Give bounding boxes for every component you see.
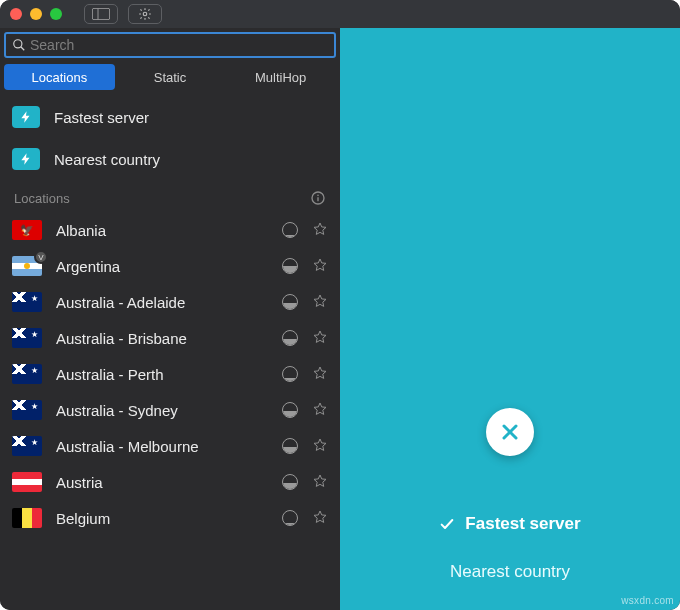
svg-point-7 [317, 195, 319, 197]
location-actions [282, 473, 328, 492]
location-actions [282, 437, 328, 456]
favorite-star-icon[interactable] [312, 329, 328, 348]
location-name: Australia - Brisbane [56, 330, 268, 347]
flag-icon [12, 472, 42, 492]
gear-icon [138, 7, 152, 21]
load-indicator [282, 258, 298, 274]
tab-static[interactable]: Static [115, 64, 226, 90]
favorite-star-icon[interactable] [312, 473, 328, 492]
location-actions [282, 293, 328, 312]
favorite-star-icon[interactable] [312, 257, 328, 276]
load-indicator [282, 366, 298, 382]
location-name: Australia - Melbourne [56, 438, 268, 455]
flag-icon [12, 292, 42, 312]
location-actions [282, 257, 328, 276]
sidebar-toggle-button[interactable] [84, 4, 118, 24]
load-indicator [282, 222, 298, 238]
load-indicator [282, 438, 298, 454]
location-badge: V [34, 250, 48, 264]
load-indicator [282, 294, 298, 310]
location-row[interactable]: 🦅Albania [0, 212, 340, 248]
quick-item-label: Nearest country [54, 151, 160, 168]
favorite-star-icon[interactable] [312, 401, 328, 420]
flag-icon [12, 436, 42, 456]
location-actions [282, 221, 328, 240]
location-row[interactable]: Australia - Adelaide [0, 284, 340, 320]
flag-icon: V [12, 256, 42, 276]
check-icon [439, 516, 455, 532]
tab-label: Static [154, 70, 187, 85]
bolt-icon [12, 106, 40, 128]
search-input[interactable] [26, 37, 328, 53]
flag-icon [12, 508, 42, 528]
favorite-star-icon[interactable] [312, 365, 328, 384]
load-indicator [282, 474, 298, 490]
location-actions [282, 365, 328, 384]
svg-rect-0 [92, 8, 109, 19]
settings-button[interactable] [128, 4, 162, 24]
right-panel: Fastest server Nearest country wsxdn.com [340, 28, 680, 610]
load-indicator [282, 510, 298, 526]
panel-option-nearest[interactable]: Nearest country [450, 548, 570, 596]
close-icon [498, 420, 522, 444]
favorite-star-icon[interactable] [312, 509, 328, 528]
quick-fastest-server[interactable]: Fastest server [0, 96, 340, 138]
location-name: Australia - Sydney [56, 402, 268, 419]
flag-icon: 🦅 [12, 220, 42, 240]
sidebar-icon [92, 8, 110, 20]
location-actions [282, 401, 328, 420]
section-title: Locations [14, 191, 70, 206]
location-name: Austria [56, 474, 268, 491]
flag-icon [12, 364, 42, 384]
panel-option-label: Nearest country [450, 562, 570, 582]
titlebar [0, 0, 680, 28]
tab-multihop[interactable]: MultiHop [225, 64, 336, 90]
left-panel: Locations Static MultiHop Fastest server… [0, 28, 340, 610]
content-area: Locations Static MultiHop Fastest server… [0, 28, 680, 610]
location-list: 🦅AlbaniaVArgentinaAustralia - AdelaideAu… [0, 212, 340, 610]
info-icon[interactable] [310, 190, 326, 206]
load-indicator [282, 330, 298, 346]
location-name: Belgium [56, 510, 268, 527]
search-icon [12, 38, 26, 52]
window-maximize-button[interactable] [50, 8, 62, 20]
location-row[interactable]: Belgium [0, 500, 340, 536]
favorite-star-icon[interactable] [312, 293, 328, 312]
flag-icon [12, 400, 42, 420]
tabs: Locations Static MultiHop [4, 64, 336, 90]
location-actions [282, 329, 328, 348]
bolt-icon [12, 148, 40, 170]
quick-item-label: Fastest server [54, 109, 149, 126]
quick-list: Fastest server Nearest country [0, 90, 340, 184]
window-close-button[interactable] [10, 8, 22, 20]
favorite-star-icon[interactable] [312, 437, 328, 456]
location-row[interactable]: Australia - Brisbane [0, 320, 340, 356]
panel-option-fastest[interactable]: Fastest server [439, 500, 580, 548]
location-name: Argentina [56, 258, 268, 275]
app-window: Locations Static MultiHop Fastest server… [0, 0, 680, 610]
location-row[interactable]: Australia - Perth [0, 356, 340, 392]
location-name: Australia - Perth [56, 366, 268, 383]
location-row[interactable]: VArgentina [0, 248, 340, 284]
watermark: wsxdn.com [621, 595, 674, 606]
svg-point-3 [14, 40, 22, 48]
location-row[interactable]: Australia - Melbourne [0, 428, 340, 464]
favorite-star-icon[interactable] [312, 221, 328, 240]
svg-line-4 [21, 47, 25, 51]
window-minimize-button[interactable] [30, 8, 42, 20]
tab-label: MultiHop [255, 70, 306, 85]
quick-nearest-country[interactable]: Nearest country [0, 138, 340, 180]
flag-icon [12, 328, 42, 348]
location-row[interactable]: Australia - Sydney [0, 392, 340, 428]
load-indicator [282, 402, 298, 418]
tab-label: Locations [32, 70, 88, 85]
tab-locations[interactable]: Locations [4, 64, 115, 90]
section-header: Locations [0, 184, 340, 212]
location-name: Albania [56, 222, 268, 239]
location-actions [282, 509, 328, 528]
location-row[interactable]: Austria [0, 464, 340, 500]
svg-point-2 [143, 12, 147, 16]
search-bar[interactable] [4, 32, 336, 58]
disconnect-button[interactable] [486, 408, 534, 456]
location-name: Australia - Adelaide [56, 294, 268, 311]
